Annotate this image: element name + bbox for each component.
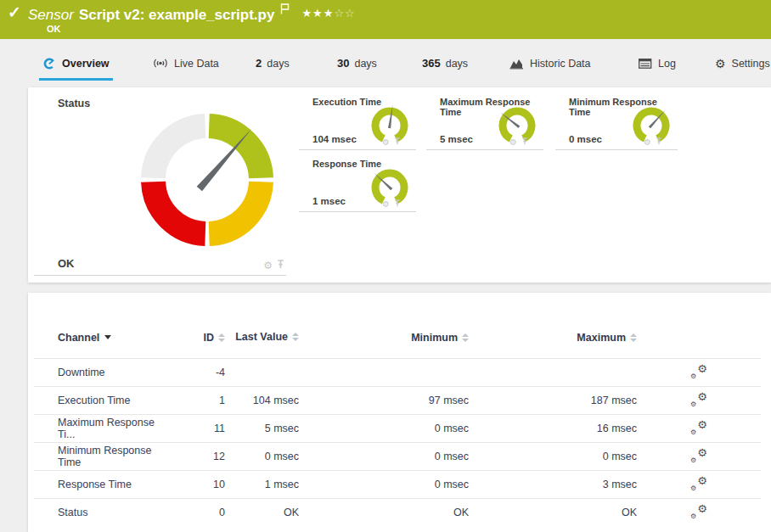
tab-log-label: Log — [658, 58, 676, 70]
maximum-response-time-value: 5 msec — [440, 134, 473, 144]
priority-stars[interactable]: ★★★☆☆ — [301, 7, 355, 20]
cell-channel: Downtime — [34, 358, 161, 386]
panel-gear-icon[interactable]: ⚙ — [644, 138, 651, 147]
table-row: Execution Time 1 104 msec 97 msec 187 ms… — [34, 386, 761, 414]
cell-maximum: 16 msec — [469, 414, 637, 442]
cell-id: -4 — [161, 358, 225, 386]
header-id-label: ID — [204, 332, 215, 344]
sort-desc-icon — [104, 335, 111, 339]
header-id[interactable]: ID — [161, 318, 225, 358]
panel-tools: ⚙ — [509, 137, 528, 147]
tab-bar: Overview Live Data 2 days 30 days 365 da… — [0, 39, 771, 81]
cell-minimum: 0 msec — [299, 414, 469, 442]
tab-2-days-label: days — [267, 58, 289, 70]
header-maximum[interactable]: Maximum — [469, 318, 637, 358]
panel-gear-icon[interactable]: ⚙ — [509, 138, 517, 147]
panel-gear-icon[interactable]: ⚙ — [382, 138, 390, 147]
tab-2-days[interactable]: 2 days — [252, 53, 293, 81]
header-settings — [637, 318, 761, 358]
tab-log[interactable]: Log — [635, 53, 679, 81]
cell-channel: Response Time — [34, 470, 161, 498]
tab-30-days-label: days — [354, 58, 376, 70]
status-panel-title: Status — [58, 98, 90, 109]
log-list-icon — [639, 59, 652, 69]
channel-settings-icon[interactable]: ⚙⚙ — [690, 476, 707, 490]
panel-pin-icon[interactable] — [656, 137, 662, 147]
cell-channel: Execution Time — [34, 386, 161, 414]
table-row: Status 0 OK OK OK ⚙⚙ — [34, 498, 761, 526]
tab-settings[interactable]: ⚙ Settings — [712, 53, 771, 81]
cell-channel: Maximum Response Ti... — [34, 414, 161, 442]
panel-tools: ⚙ — [382, 137, 401, 147]
header-last-value-label: Last Value — [235, 331, 288, 343]
cell-last-value: 1 msec — [225, 470, 299, 498]
cell-id: 11 — [161, 414, 225, 442]
panel-pin-icon[interactable] — [394, 199, 401, 209]
sensor-kind-label: Sensor — [28, 7, 74, 23]
channels-table-card: Channel ID Last Value Minimum Maximum — [28, 293, 771, 532]
status-ok-check-icon: ✓ — [8, 3, 21, 22]
maximum-response-time-panel: Maximum Response Time 5 msec ⚙ — [426, 87, 543, 150]
cell-channel: Status — [34, 498, 161, 526]
area-chart-icon — [509, 58, 524, 70]
cell-maximum: 0 msec — [469, 442, 637, 470]
tab-365-days[interactable]: 365 days — [419, 53, 471, 81]
sort-icon — [218, 333, 225, 342]
cell-id: 12 — [161, 442, 225, 470]
tab-live-data[interactable]: Live Data — [149, 53, 222, 81]
tab-30-days[interactable]: 30 days — [334, 53, 380, 81]
cell-last-value: OK — [225, 498, 299, 526]
tab-live-data-label: Live Data — [174, 58, 219, 70]
tab-30-days-number: 30 — [337, 57, 349, 70]
priority-flag-icon[interactable] — [280, 3, 290, 18]
channel-settings-icon[interactable]: ⚙⚙ — [690, 392, 707, 406]
panel-gear-icon[interactable]: ⚙ — [263, 260, 273, 271]
cell-last-value — [225, 358, 299, 386]
cell-last-value: 0 msec — [225, 442, 299, 470]
execution-time-value: 104 msec — [312, 134, 357, 144]
broadcast-icon — [153, 58, 168, 69]
status-panel-value: OK — [58, 257, 75, 270]
stars-empty[interactable]: ☆☆ — [334, 7, 355, 20]
cell-id: 1 — [161, 386, 225, 414]
stars-filled[interactable]: ★★★ — [301, 7, 334, 20]
channel-settings-icon[interactable]: ⚙⚙ — [690, 504, 707, 518]
table-row: Minimum Response Time 12 0 msec 0 msec 0… — [34, 442, 761, 470]
channel-settings-icon[interactable]: ⚙⚙ — [690, 420, 707, 434]
tab-historic-data-label: Historic Data — [530, 58, 591, 70]
table-row: Maximum Response Ti... 11 5 msec 0 msec … — [34, 414, 761, 442]
overview-gauges-card: Status OK ⚙ Execution Time 104 msec ⚙ — [28, 87, 771, 283]
status-gauge — [135, 108, 279, 252]
table-row: Downtime -4 ⚙⚙ — [34, 358, 761, 386]
tab-historic-data[interactable]: Historic Data — [506, 53, 594, 81]
cell-id: 10 — [161, 470, 225, 498]
header-last-value[interactable]: Last Value — [225, 318, 299, 358]
tab-365-days-number: 365 — [422, 57, 441, 70]
header-minimum[interactable]: Minimum — [299, 318, 469, 358]
minimum-response-time-panel: Minimum Response Time 0 msec ⚙ — [555, 87, 678, 150]
cell-maximum: 187 msec — [469, 386, 637, 414]
panel-pin-icon[interactable] — [277, 260, 284, 271]
panel-pin-icon[interactable] — [521, 137, 528, 147]
cell-maximum: 3 msec — [469, 470, 637, 498]
channel-settings-icon[interactable]: ⚙⚙ — [690, 448, 707, 462]
cell-minimum: OK — [299, 498, 469, 526]
sensor-title: Script v2: example_script.py — [79, 7, 275, 23]
table-row: Response Time 10 1 msec 0 msec 3 msec ⚙⚙ — [34, 470, 761, 498]
header-minimum-label: Minimum — [411, 332, 458, 344]
cell-channel: Minimum Response Time — [34, 442, 161, 470]
panel-pin-icon[interactable] — [394, 137, 401, 147]
channels-table: Channel ID Last Value Minimum Maximum — [34, 318, 761, 526]
sort-icon — [292, 333, 299, 341]
sensor-header: ✓ SensorScript v2: example_script.py★★★☆… — [0, 0, 771, 39]
response-time-panel: Response Time 1 msec ⚙ — [299, 149, 416, 212]
response-time-value: 1 msec — [312, 196, 346, 206]
table-header-row: Channel ID Last Value Minimum Maximum — [34, 318, 761, 358]
panel-tools: ⚙ — [644, 137, 662, 147]
channel-settings-icon[interactable]: ⚙⚙ — [690, 364, 707, 378]
tab-overview[interactable]: Overview — [39, 53, 113, 81]
cell-minimum — [299, 358, 469, 386]
panel-gear-icon[interactable]: ⚙ — [382, 200, 390, 209]
cell-last-value: 104 msec — [225, 386, 299, 414]
header-channel[interactable]: Channel — [34, 318, 161, 358]
